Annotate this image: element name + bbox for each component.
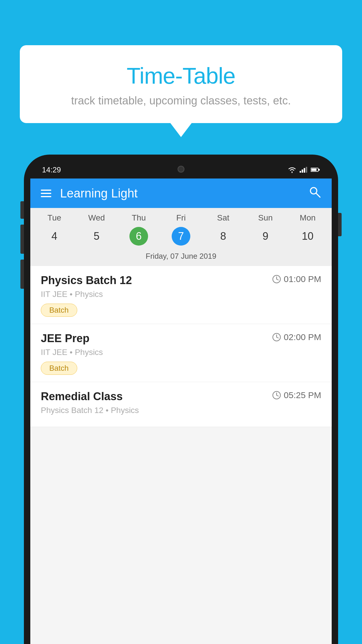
selected-date-label: Friday, 07 June 2019 [30,249,332,266]
class-name-1: Physics Batch 12 [41,274,132,287]
phone-mockup: 14:29 [24,155,338,644]
clock-icon-2 [272,333,281,342]
svg-line-14 [277,337,278,338]
class-meta-3: Physics Batch 12 • Physics [41,406,321,415]
power-button [338,213,342,236]
date-8[interactable]: 8 [202,226,244,246]
class-item-jee-prep[interactable]: JEE Prep 02:00 PM IIT JEE • Physics Batc… [30,324,332,382]
clock-icon-3 [272,391,281,400]
class-meta-2: IIT JEE • Physics [41,348,321,357]
svg-line-17 [277,395,278,396]
clock-icon-1 [272,275,281,284]
status-time: 14:29 [42,165,61,174]
speech-bubble-section: Time-Table track timetable, upcoming cla… [20,45,342,123]
volume-up-button [20,201,24,219]
svg-rect-6 [319,169,320,171]
svg-line-11 [277,279,278,280]
calendar-section: Tue Wed Thu Fri Sat Sun Mon 4 5 [30,208,332,266]
hamburger-line-2 [41,193,51,194]
class-name-3: Remedial Class [41,390,123,403]
class-item-remedial[interactable]: Remedial Class 05:25 PM Physics Batch 12… [30,382,332,427]
svg-point-7 [310,188,317,194]
svg-rect-5 [311,169,317,171]
speech-bubble-card: Time-Table track timetable, upcoming cla… [20,45,342,123]
day-tue: Tue [33,213,75,223]
svg-rect-0 [300,171,301,173]
date-10[interactable]: 10 [287,226,329,246]
svg-rect-2 [304,168,305,173]
phone-body: 14:29 [24,155,338,644]
phone-screen: Learning Light Tue Wed Thu Fri Sat Sun [30,178,332,644]
day-fri: Fri [160,213,202,223]
date-4[interactable]: 4 [33,226,75,246]
front-camera [178,166,184,173]
day-wed: Wed [75,213,118,223]
class-list: Physics Batch 12 01:00 PM IIT JEE • Phys… [30,266,332,427]
feature-title: Time-Table [31,63,331,89]
date-5[interactable]: 5 [75,226,118,246]
svg-rect-3 [306,167,307,173]
day-sun: Sun [244,213,287,223]
feature-subtitle: track timetable, upcoming classes, tests… [31,94,331,107]
class-item-physics-batch-12[interactable]: Physics Batch 12 01:00 PM IIT JEE • Phys… [30,266,332,324]
batch-tag-1: Batch [41,304,77,317]
class-item-header-1: Physics Batch 12 01:00 PM [41,274,321,287]
wifi-icon [288,167,296,173]
date-7[interactable]: 7 [160,226,202,246]
silent-button [20,260,24,289]
class-time-3: 05:25 PM [272,390,321,400]
svg-line-8 [316,193,320,197]
class-item-header-2: JEE Prep 02:00 PM [41,332,321,345]
battery-icon [311,167,320,172]
days-header: Tue Wed Thu Fri Sat Sun Mon [30,208,332,225]
app-header: Learning Light [30,178,332,208]
class-time-2: 02:00 PM [272,332,321,342]
class-meta-1: IIT JEE • Physics [41,290,321,299]
signal-icon [300,167,307,173]
day-thu: Thu [118,213,160,223]
class-time-1: 01:00 PM [272,274,321,284]
svg-rect-1 [302,169,303,173]
hamburger-line-1 [41,190,51,191]
menu-button[interactable] [41,190,51,197]
status-icons [288,167,320,173]
hamburger-line-3 [41,196,51,197]
day-mon: Mon [287,213,329,223]
dates-row: 4 5 6 7 8 9 [30,225,332,249]
status-bar: 14:29 [30,161,332,178]
date-9[interactable]: 9 [244,226,287,246]
batch-tag-2: Batch [41,362,77,375]
class-name-2: JEE Prep [41,332,89,345]
date-6[interactable]: 6 [118,226,160,246]
volume-down-button [20,225,24,254]
day-sat: Sat [202,213,244,223]
app-name: Learning Light [60,186,308,200]
phone-notch [155,161,207,177]
class-item-header-3: Remedial Class 05:25 PM [41,390,321,403]
search-button[interactable] [308,186,321,201]
